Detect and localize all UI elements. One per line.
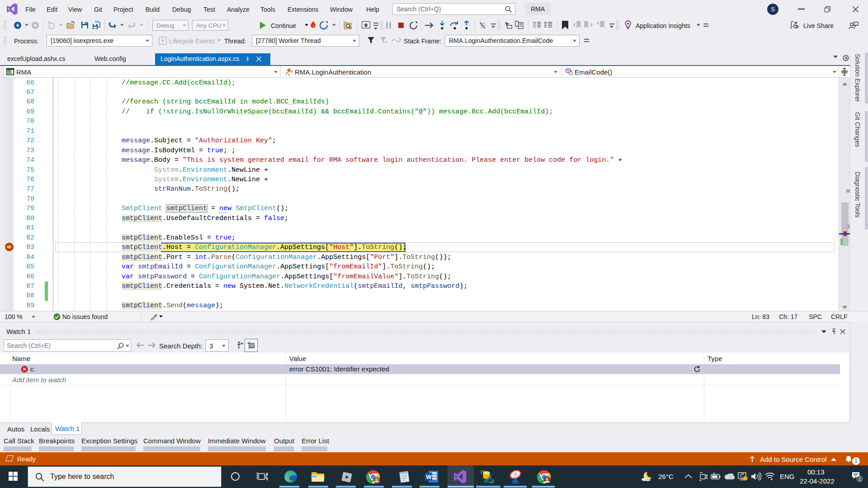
svg-text:8: 8 [859, 477, 861, 482]
svg-text:ab: ab [251, 345, 255, 348]
svg-text:?: ? [547, 23, 549, 27]
svg-text:W: W [426, 474, 432, 480]
